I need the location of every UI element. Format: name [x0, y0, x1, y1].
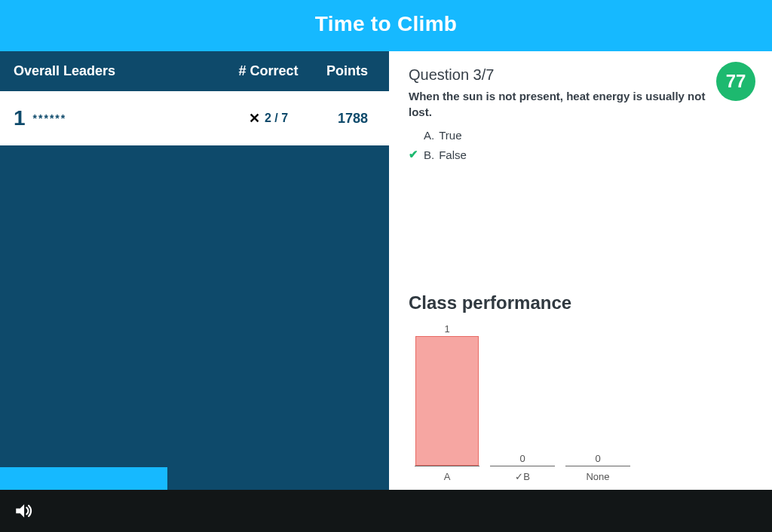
chart-bar-value: 1: [444, 323, 449, 335]
points-value: 1788: [314, 111, 374, 127]
class-performance-title: Class performance: [409, 292, 752, 313]
leaderboard-col-points: Points: [314, 63, 374, 79]
chart-bar-label: ✓B: [515, 471, 530, 482]
chart-bar: 1A: [415, 323, 479, 482]
page-header: Time to Climb: [0, 0, 772, 51]
answer-option[interactable]: ✔ B. False: [409, 145, 752, 164]
chart-axis-line: [415, 466, 479, 466]
progress-bar: [0, 467, 167, 490]
score-badge: 77: [716, 62, 755, 101]
chart-bar: 0✓B: [490, 453, 555, 482]
answer-letter: B.: [424, 148, 434, 161]
leaderboard-panel: Overall Leaders # Correct Points 1 *****…: [0, 51, 389, 490]
question-number: Question 3/7: [409, 66, 752, 84]
rank-number: 1: [14, 106, 26, 130]
chart-bar: 0None: [565, 453, 630, 482]
leaderboard-col-correct: # Correct: [223, 63, 314, 79]
answer-letter: A.: [424, 129, 434, 142]
sound-icon: [14, 501, 33, 521]
answer-text: False: [439, 148, 467, 161]
svg-marker-0: [16, 504, 24, 517]
chart-bar-label: A: [444, 471, 451, 482]
leaderboard-header: Overall Leaders # Correct Points: [0, 51, 389, 91]
question-panel: 77 Question 3/7 When the sun is not pres…: [389, 51, 772, 490]
main-content: Overall Leaders # Correct Points 1 *****…: [0, 51, 772, 490]
correct-cell: ✕ 2 / 7: [223, 110, 314, 127]
chart-axis-line: [565, 466, 630, 466]
page-title: Time to Climb: [315, 12, 458, 35]
chart-bar-label: None: [586, 471, 609, 482]
question-text: When the sun is not present, heat energy…: [409, 88, 718, 120]
leaderboard-row[interactable]: 1 ****** ✕ 2 / 7 1788: [0, 91, 389, 145]
chart-axis-line: [490, 466, 555, 466]
footer-bar: [0, 490, 772, 532]
class-performance-chart: 1A0✓B0None: [415, 332, 752, 482]
answer-text: True: [439, 129, 461, 142]
chart-bar-value: 0: [595, 453, 600, 464]
chart-bar-rect: [415, 336, 479, 466]
wrong-icon: ✕: [249, 110, 260, 127]
score-value: 77: [726, 71, 746, 92]
player-name: ******: [33, 112, 223, 124]
answer-list: A. True ✔ B. False: [409, 126, 752, 164]
leaderboard-rows: 1 ****** ✕ 2 / 7 1788: [0, 91, 389, 145]
chart-bar-value: 0: [519, 453, 525, 464]
check-icon: ✔: [409, 148, 419, 161]
answer-option[interactable]: A. True: [409, 126, 752, 145]
sound-toggle-button[interactable]: [14, 501, 33, 521]
leaderboard-title: Overall Leaders: [14, 63, 223, 79]
correct-value: 2 / 7: [265, 112, 288, 125]
